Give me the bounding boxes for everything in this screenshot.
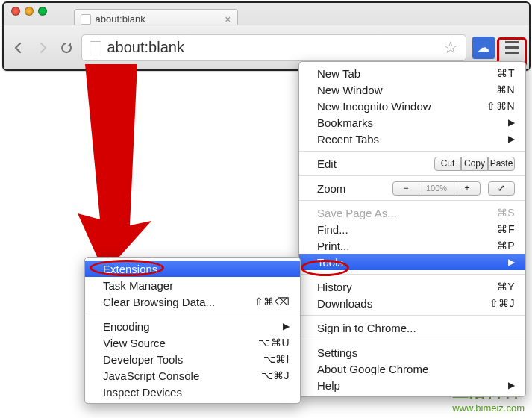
menu-item-settings[interactable]: Settings (299, 344, 525, 361)
bookmark-star-icon[interactable]: ☆ (443, 38, 458, 57)
page-icon (81, 14, 91, 25)
submenu-item-view-source[interactable]: View Source⌥⌘U (85, 334, 300, 351)
menu-item-tools[interactable]: Tools▶ (299, 254, 525, 270)
zoom-out-button[interactable]: − (392, 181, 419, 196)
cut-button[interactable]: Cut (434, 157, 461, 171)
submenu-item-extensions[interactable]: Extensions (85, 261, 300, 277)
tab-close-icon[interactable]: × (225, 13, 231, 25)
menu-item-signin[interactable]: Sign in to Chrome... (299, 319, 525, 336)
menu-item-edit: Edit Cut Copy Paste (299, 155, 525, 172)
submenu-item-js-console[interactable]: JavaScript Console⌥⌘J (85, 367, 300, 384)
window-minimize-button[interactable] (25, 7, 34, 16)
menu-item-find[interactable]: Find...⌘F (299, 221, 525, 237)
tab-strip: about:blank × (63, 6, 522, 27)
menu-item-bookmarks[interactable]: Bookmarks▶ (299, 114, 525, 131)
menu-separator (299, 151, 525, 152)
menu-separator (299, 175, 525, 176)
fullscreen-button[interactable]: ⤢ (488, 181, 515, 196)
menu-separator (299, 340, 525, 340)
copy-button[interactable]: Copy (461, 157, 488, 171)
submenu-item-developer-tools[interactable]: Developer Tools⌥⌘I (85, 351, 300, 367)
watermark-url: www.bimeiz.com (452, 402, 525, 414)
tab-title: about:blank (96, 13, 145, 25)
menu-item-save-as: Save Page As...⌘S (299, 205, 525, 221)
menu-separator (299, 274, 525, 275)
page-icon (90, 41, 101, 54)
menu-item-recent-tabs[interactable]: Recent Tabs▶ (299, 131, 525, 147)
omnibox[interactable]: about:blank ☆ (81, 34, 466, 61)
menu-item-downloads[interactable]: Downloads⇧⌘J (299, 295, 525, 311)
submenu-item-inspect-devices[interactable]: Inspect Devices (85, 384, 300, 400)
omnibox-url: about:blank (107, 39, 184, 56)
main-menu: New Tab⌘T New Window⌘N New Incognito Win… (298, 61, 526, 397)
menu-item-zoom: Zoom − 100% + ⤢ (299, 180, 525, 196)
main-menu-button[interactable] (501, 37, 523, 59)
menu-item-new-window[interactable]: New Window⌘N (299, 81, 525, 98)
window-zoom-button[interactable] (38, 7, 47, 16)
submenu-item-clear-browsing[interactable]: Clear Browsing Data...⇧⌘⌫ (85, 293, 300, 310)
tools-submenu: Extensions Task Manager Clear Browsing D… (84, 257, 301, 404)
menu-item-help[interactable]: Help▶ (299, 377, 525, 393)
menu-item-new-incognito[interactable]: New Incognito Window⇧⌘N (299, 98, 525, 114)
menu-item-new-tab[interactable]: New Tab⌘T (299, 65, 525, 81)
zoom-in-button[interactable]: + (454, 181, 481, 196)
forward-button[interactable] (34, 39, 51, 57)
menu-separator (299, 315, 525, 316)
menu-item-about[interactable]: About Google Chrome (299, 361, 525, 377)
menu-item-history[interactable]: History⌘Y (299, 278, 525, 295)
submenu-item-encoding[interactable]: Encoding▶ (85, 318, 300, 334)
menu-separator (85, 314, 300, 314)
zoom-value: 100% (419, 181, 454, 196)
menu-separator (299, 200, 525, 201)
submenu-item-task-manager[interactable]: Task Manager (85, 277, 300, 293)
reload-button[interactable] (57, 39, 75, 57)
back-button[interactable] (10, 39, 28, 57)
paste-button[interactable]: Paste (488, 157, 515, 171)
menu-item-print[interactable]: Print...⌘P (299, 237, 525, 254)
extension-badge[interactable]: ☁ (472, 37, 495, 59)
window-close-button[interactable] (11, 7, 20, 16)
